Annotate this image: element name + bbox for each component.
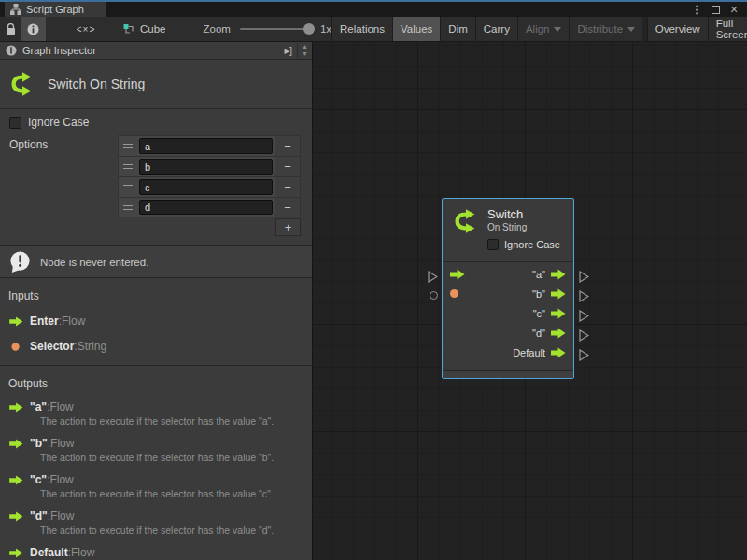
ignore-case-label: Ignore Case: [28, 116, 89, 129]
output-port-default[interactable]: Default: [513, 347, 566, 358]
zoom-slider[interactable]: [240, 28, 313, 30]
overview-button[interactable]: Overview: [647, 17, 708, 41]
node-ignore-case-checkbox[interactable]: [487, 239, 499, 250]
enter-connection-triangle-icon[interactable]: [428, 270, 438, 287]
node-ignore-case-label: Ignore Case: [504, 239, 560, 250]
tab-label: Script Graph: [26, 4, 84, 15]
switch-on-string-node[interactable]: Switch On String Ignore Case: [442, 198, 574, 379]
flow-port-icon: [551, 308, 566, 319]
remove-option-button[interactable]: −: [275, 157, 300, 176]
node-body: "a" "b" "c": [443, 262, 573, 362]
values-button[interactable]: Values: [392, 17, 440, 41]
inspector-title: Graph Inspector: [22, 45, 96, 56]
title-bar: Script Graph ⋮ ✕: [0, 0, 747, 17]
option-input[interactable]: [139, 200, 273, 215]
output-port-a[interactable]: "a": [532, 269, 566, 280]
node-title: Switch: [487, 207, 527, 222]
enter-flow-port-icon[interactable]: [450, 269, 472, 280]
output-port-c[interactable]: "c": [533, 308, 566, 319]
option-input[interactable]: [139, 179, 273, 195]
output-port-d[interactable]: "d": [532, 328, 566, 339]
warning-text: Node is never entered.: [40, 257, 148, 268]
node-title-block: Switch On String: [0, 60, 312, 109]
close-icon[interactable]: ✕: [726, 3, 741, 16]
graph-canvas[interactable]: Switch On String Ignore Case: [313, 42, 747, 560]
flow-port-icon: [9, 511, 30, 522]
flow-port-icon: [551, 269, 566, 280]
code-icon: <×>: [77, 24, 96, 35]
output-description: The action to execute if the selector ha…: [40, 452, 312, 463]
b-connection-triangle-icon[interactable]: [579, 289, 589, 306]
toolbar-left-group: <×>: [0, 17, 106, 41]
chevron-down-icon: [627, 27, 635, 32]
node-subtitle: On String: [487, 222, 527, 233]
panel-scroll-buttons[interactable]: ▲ ▼: [297, 43, 308, 58]
switch-node-icon: [8, 70, 36, 98]
flow-port-icon: [551, 288, 566, 300]
flow-port-icon: [9, 439, 30, 449]
inspector-toggle-button[interactable]: [21, 17, 46, 41]
tab-script-graph[interactable]: Script Graph: [5, 2, 106, 17]
drag-handle-icon[interactable]: [119, 177, 137, 197]
drag-handle-icon[interactable]: [119, 157, 137, 176]
add-option-button[interactable]: +: [275, 218, 301, 236]
options-section: Options − − −: [0, 135, 312, 236]
zoom-value: 1x: [320, 23, 331, 35]
c-connection-triangle-icon[interactable]: [579, 309, 589, 326]
node-header: Switch On String Ignore Case: [443, 199, 573, 262]
distribute-dropdown[interactable]: Distribute: [569, 17, 642, 41]
output-port-b[interactable]: "b": [532, 288, 566, 300]
graph-asset-icon: [123, 23, 135, 35]
remove-option-button[interactable]: −: [275, 136, 300, 156]
d-connection-triangle-icon[interactable]: [579, 329, 589, 345]
node-footer: [443, 370, 573, 378]
drag-handle-icon[interactable]: [119, 198, 137, 217]
ignore-case-row: Ignore Case: [9, 116, 312, 129]
drag-handle-icon[interactable]: [119, 136, 137, 156]
breadcrumb[interactable]: Cube: [123, 23, 166, 35]
option-row: −: [118, 156, 301, 176]
remove-option-button[interactable]: −: [275, 198, 300, 217]
output-description: The action to execute if the selector ha…: [40, 415, 312, 427]
options-list: − − − −: [118, 135, 301, 236]
warning-bubble-icon: [8, 250, 32, 273]
window-menu-icon[interactable]: ⋮: [689, 3, 704, 16]
toolbar-right-group: Relations Values Dim Carry Align Distrib…: [331, 17, 747, 41]
dim-button[interactable]: Dim: [440, 17, 474, 41]
scroll-up-icon[interactable]: ▲: [302, 43, 308, 50]
outputs-header: Outputs: [8, 377, 312, 390]
remove-option-button[interactable]: −: [275, 177, 300, 197]
selector-connection-circle-icon[interactable]: [430, 291, 438, 300]
zoom-slider-handle[interactable]: [303, 23, 315, 35]
output-description: The action to execute if the selector ha…: [40, 488, 312, 499]
option-row: −: [118, 176, 301, 197]
scroll-down-icon[interactable]: ▼: [302, 50, 308, 58]
align-dropdown[interactable]: Align: [517, 17, 570, 41]
relations-button[interactable]: Relations: [331, 17, 392, 41]
code-view-button[interactable]: <×>: [66, 17, 106, 41]
lock-button[interactable]: [0, 17, 21, 41]
output-row-c: "c" : Flow The action to execute if the …: [9, 473, 312, 499]
zoom-label: Zoom: [204, 23, 231, 35]
maximize-icon[interactable]: [708, 3, 723, 16]
dock-panel-icon[interactable]: ▸]: [279, 45, 297, 57]
ignore-case-checkbox[interactable]: [9, 117, 21, 129]
flow-port-icon: [9, 548, 30, 558]
string-value-port-icon: [9, 342, 30, 352]
unity-visual-scripting-window: Script Graph ⋮ ✕: [0, 0, 747, 560]
output-row-b: "b" : Flow The action to execute if the …: [9, 437, 312, 463]
switch-node-icon: [452, 207, 480, 235]
option-input[interactable]: [139, 138, 273, 154]
section-divider: [0, 365, 312, 366]
flow-port-icon: [9, 316, 30, 327]
chevron-down-icon: [554, 27, 561, 32]
lock-icon: [6, 23, 16, 35]
default-connection-triangle-icon[interactable]: [579, 348, 589, 365]
warning-banner: Node is never entered.: [0, 245, 312, 278]
a-connection-triangle-icon[interactable]: [579, 270, 589, 287]
output-row-a: "a" : Flow The action to execute if the …: [9, 400, 312, 427]
option-input[interactable]: [139, 159, 273, 175]
fullscreen-button[interactable]: Full Screen: [708, 17, 747, 41]
selector-value-port-icon[interactable]: [450, 289, 472, 298]
carry-button[interactable]: Carry: [475, 17, 517, 41]
